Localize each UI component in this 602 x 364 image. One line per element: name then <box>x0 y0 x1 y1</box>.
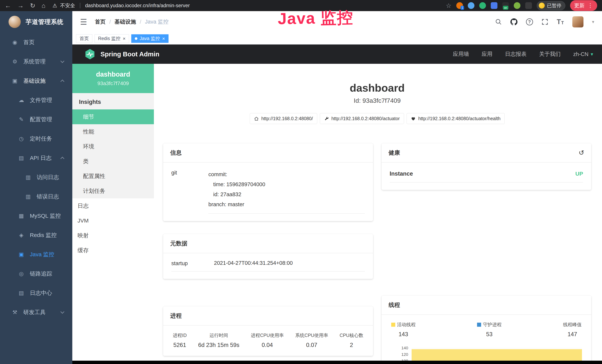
extension-icon[interactable]: 1 <box>456 2 463 9</box>
sba-header: Spring Boot Admin 应用墙 应用 日志报表 关于我们 zh-CN… <box>72 44 602 64</box>
sba-locale-value: zh-CN <box>573 51 589 57</box>
sba-side-item-loggers[interactable]: 日志 <box>72 198 154 213</box>
tabs-bar: 首页 Redis 监控 × Java 监控 × <box>72 33 602 44</box>
address-bar[interactable]: ⚠ 不安全 dashboard.yudao.iocoder.cn/infra/a… <box>53 2 190 9</box>
sba-nav-about[interactable]: 关于我们 <box>539 50 561 58</box>
chevron-up-icon <box>60 157 64 161</box>
sidebar-item-scheduled-jobs[interactable]: ◷ 定时任务 <box>0 129 72 148</box>
sba-side-item-scheduled-tasks[interactable]: 计划任务 <box>72 183 154 198</box>
breadcrumb-home[interactable]: 首页 <box>95 18 106 26</box>
metric-value: 147 <box>563 331 582 338</box>
extension-icon[interactable] <box>514 2 520 9</box>
health-instance-row[interactable]: Instance UP <box>390 169 583 182</box>
sidebar-item-system-mgmt[interactable]: ⚙ 系统管理 <box>0 52 72 71</box>
sba-locale-select[interactable]: zh-CN ▾ <box>573 51 593 57</box>
health-card-header: 健康 ↺ <box>382 143 591 163</box>
sidebar-item-java-monitor[interactable]: ▣ Java 监控 <box>0 245 72 264</box>
search-icon[interactable] <box>495 19 502 25</box>
sba-app-block[interactable]: dashboard 93a3fc7f7409 <box>72 64 154 93</box>
info-card: 信息 git commit: time: 1596289704000 id: 2 <box>163 143 373 221</box>
sidebar-item-file-mgmt[interactable]: ☁ 文件管理 <box>0 90 72 110</box>
brand-title: 芋道管理系统 <box>26 18 64 26</box>
forward-icon[interactable]: → <box>17 2 24 9</box>
sba-side-item-config-props[interactable]: 配置属性 <box>72 169 154 183</box>
bookmark-star-icon[interactable]: ☆ <box>446 2 452 9</box>
hamburger-icon[interactable]: ☰ <box>80 17 87 27</box>
sidebar-item-label: API 日志 <box>30 154 52 162</box>
browser-menu-icon[interactable]: ⋮ <box>588 3 593 8</box>
redis-icon: ◈ <box>18 232 25 238</box>
extension-icon[interactable] <box>491 2 497 9</box>
sba-nav-applications[interactable]: 应用 <box>482 50 493 58</box>
tab-java-monitor[interactable]: Java 监控 × <box>131 34 169 43</box>
sba-side-item-mappings[interactable]: 映射 <box>72 228 154 243</box>
metric-daemon-threads: 守护进程 53 <box>477 321 502 338</box>
chevron-down-icon <box>60 310 64 314</box>
sidebar-item-error-logs[interactable]: ▥ 错误日志 <box>0 187 72 206</box>
info-line: time: 1596289704000 <box>208 179 365 189</box>
sidebar-item-mysql-monitor[interactable]: ▦ MySQL 监控 <box>0 206 72 225</box>
browser-home-icon[interactable]: ⌂ <box>42 2 46 9</box>
breadcrumb-infrastructure[interactable]: 基础设施 <box>115 18 136 26</box>
database-icon: ▦ <box>18 213 25 219</box>
sidebar-item-infrastructure[interactable]: ▣ 基础设施 <box>0 71 72 90</box>
help-icon[interactable]: ? <box>526 18 533 25</box>
fullscreen-icon[interactable] <box>542 19 548 25</box>
info-line: commit: <box>208 169 365 179</box>
paused-label: 已暂停 <box>547 2 561 9</box>
sba-side-item-classes[interactable]: 类 <box>72 154 154 169</box>
profile-paused-pill[interactable]: 已暂停 <box>537 1 565 10</box>
active-dot <box>135 37 137 40</box>
history-icon[interactable]: ↺ <box>579 149 584 157</box>
metadata-card-title: 元数据 <box>170 240 187 247</box>
metric-process-cpu: 进程CPU使用率 0.04 <box>251 332 284 348</box>
sidebar-item-redis-monitor[interactable]: ◈ Redis 监控 <box>0 225 72 245</box>
font-size-icon[interactable]: TT <box>557 19 564 25</box>
sidebar-item-dev-tools[interactable]: ⚒ 研发工具 <box>0 303 72 322</box>
extension-icon[interactable] <box>479 2 486 9</box>
instance-home-link[interactable]: http://192.168.0.2:48080/ <box>250 113 317 124</box>
sidebar-item-home[interactable]: ◉ 首页 <box>0 33 72 52</box>
metric-cpu-cores: CPU核心数 2 <box>340 332 363 348</box>
close-icon[interactable]: × <box>123 36 126 41</box>
extension-icon[interactable]: on <box>502 2 509 9</box>
sba-nav-wallboard[interactable]: 应用墙 <box>453 50 469 58</box>
tab-redis-monitor[interactable]: Redis 监控 × <box>95 34 129 43</box>
health-card-title: 健康 <box>389 149 400 157</box>
extension-icon[interactable] <box>525 2 532 9</box>
process-card: 进程 进程ID 5261 运行时间 <box>163 306 373 356</box>
sba-sidebar: dashboard 93a3fc7f7409 Insights 细节 性能 环境… <box>72 64 154 364</box>
font-size-big-t: T <box>557 19 561 25</box>
sidebar-item-config-mgmt[interactable]: ✎ 配置管理 <box>0 110 72 129</box>
url-text[interactable]: dashboard.yudao.iocoder.cn/infra/admin-s… <box>85 3 190 9</box>
github-icon[interactable] <box>510 18 517 25</box>
metric-process-id: 进程ID 5261 <box>173 332 187 348</box>
instance-health-link[interactable]: http://192.168.0.2:48080/actuator/health <box>407 113 505 124</box>
sba-nav-journal[interactable]: 日志报表 <box>505 50 527 58</box>
sidebar-item-api-logs[interactable]: ▤ API 日志 <box>0 148 72 168</box>
instance-actuator-link[interactable]: http://192.168.0.2:48080/actuator <box>320 113 404 124</box>
profile-emoji-icon <box>539 3 545 9</box>
avatar[interactable] <box>572 16 583 27</box>
sba-side-item-caches[interactable]: 缓存 <box>72 243 154 258</box>
sidebar-item-trace[interactable]: ◎ 链路追踪 <box>0 264 72 283</box>
sba-side-item-jvm[interactable]: JVM <box>72 213 154 228</box>
brand[interactable]: 芋道管理系统 <box>0 11 72 33</box>
sidebar-item-log-center[interactable]: ▤ 日志中心 <box>0 283 72 303</box>
extension-icon[interactable] <box>468 2 474 9</box>
sba-side-item-environment[interactable]: 环境 <box>72 139 154 154</box>
log-icon: ▤ <box>18 290 25 296</box>
close-icon[interactable]: × <box>162 36 165 41</box>
tab-home[interactable]: 首页 <box>76 34 92 43</box>
browser-update-button[interactable]: 更新 ⋮ <box>570 0 597 11</box>
sba-side-item-details[interactable]: 细节 <box>72 109 154 124</box>
chevron-down-icon[interactable]: ▾ <box>592 19 594 24</box>
refresh-icon[interactable]: ↻ <box>30 2 35 9</box>
sidebar-item-label: Java 监控 <box>30 251 54 258</box>
back-icon[interactable]: ← <box>5 2 11 9</box>
sba-side-item-metrics[interactable]: 性能 <box>72 124 154 139</box>
sidebar-item-access-logs[interactable]: ▥ 访问日志 <box>0 168 72 187</box>
cards-grid: 信息 git commit: time: 1596289704000 id: 2 <box>163 143 591 364</box>
browser-toolbar-right: ☆ 1 on 已暂停 更新 ⋮ <box>446 0 597 11</box>
instance-home-url: http://192.168.0.2:48080/ <box>261 116 313 121</box>
